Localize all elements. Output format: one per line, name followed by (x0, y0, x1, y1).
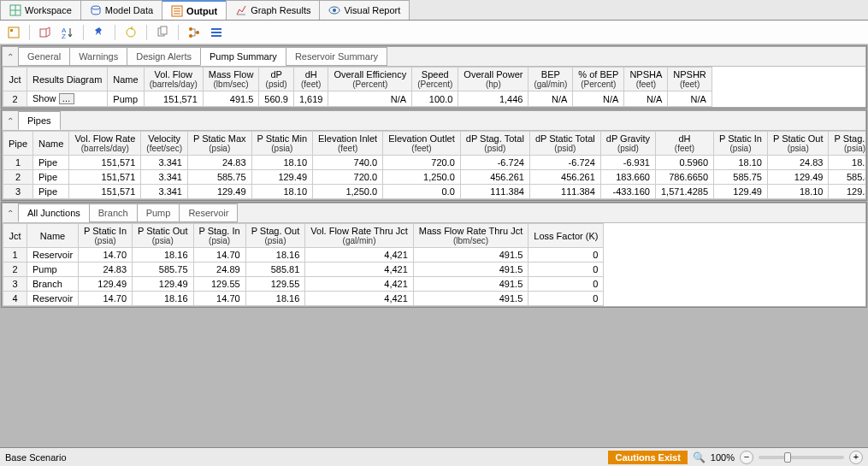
tab-label: Output (186, 6, 217, 16)
top-tab-strip: Workspace Model Data Output Graph Result… (0, 0, 868, 21)
tab-reservoir-summary[interactable]: Reservoir Summary (286, 47, 387, 66)
tab-workspace[interactable]: Workspace (0, 0, 81, 20)
zoom-out-button[interactable]: − (740, 451, 753, 464)
cautions-badge[interactable]: Cautions Exist (608, 451, 687, 464)
panel-junctions: ⌃ All Junctions Branch Pump Reservoir Jc… (1, 202, 867, 308)
collapse-icon[interactable]: ⌃ (3, 111, 18, 130)
col-overall-power[interactable]: Overall Power(hp) (458, 68, 528, 91)
col-jct[interactable]: Jct (3, 68, 27, 91)
table-row[interactable]: 1Reservoir14.7018.1614.7018.164,421491.5… (3, 248, 604, 262)
separator (146, 25, 147, 40)
show-diagram-button[interactable]: … (59, 93, 74, 104)
options-icon[interactable] (5, 24, 22, 41)
svg-rect-23 (211, 32, 221, 33)
col-results-diagram[interactable]: Results Diagram (27, 68, 108, 91)
pin-icon[interactable] (91, 24, 108, 41)
col-dp[interactable]: dP(psid) (259, 68, 294, 91)
tab-output[interactable]: Output (162, 0, 227, 20)
col-loss[interactable]: Loss Factor (K) (528, 224, 604, 248)
col-mfr[interactable]: Mass Flow Rate Thru Jct(lbm/sec) (413, 224, 528, 248)
col-vfr[interactable]: Vol. Flow Rate(barrels/day) (69, 132, 141, 156)
col-psin[interactable]: P Static In(psia) (79, 224, 133, 248)
collapse-icon[interactable]: ⌃ (3, 47, 18, 66)
col-overall-eff[interactable]: Overall Efficiency(Percent) (328, 68, 412, 91)
col-elev-in[interactable]: Elevation Inlet(feet) (313, 132, 383, 156)
zoom-in-button[interactable]: + (849, 451, 863, 464)
svg-rect-24 (211, 35, 221, 37)
transfer-icon[interactable] (37, 24, 54, 41)
tab-reservoir[interactable]: Reservoir (179, 204, 238, 222)
svg-point-20 (196, 31, 199, 34)
separator (115, 25, 115, 40)
copy-icon[interactable] (154, 24, 171, 41)
tab-visual-report[interactable]: Visual Report (319, 0, 410, 20)
magnifier-icon[interactable]: 🔍 (693, 451, 706, 463)
col-psout[interactable]: P Static Out(psia) (767, 132, 829, 156)
col-dh[interactable]: dH(feet) (293, 68, 328, 91)
col-jct[interactable]: Jct (3, 224, 27, 248)
col-psmax[interactable]: P Static Max(psia) (187, 132, 251, 156)
refresh-icon[interactable] (122, 24, 139, 41)
col-speed[interactable]: Speed(Percent) (412, 68, 458, 91)
sort-icon[interactable]: AZ (59, 24, 76, 41)
model-data-icon (90, 4, 102, 16)
panel-pump-summary: ⌃ General Warnings Design Alerts Pump Su… (1, 45, 867, 109)
tab-pipes[interactable]: Pipes (18, 111, 61, 130)
tab-label: Graph Results (251, 5, 310, 15)
table-row[interactable]: 2 Show… Pump 151,571 491.5 560.9 1,619 N… (3, 91, 712, 107)
svg-point-21 (189, 34, 192, 38)
tree-icon[interactable] (186, 24, 203, 41)
tab-model-data[interactable]: Model Data (80, 0, 162, 20)
col-name[interactable]: Name (27, 224, 79, 248)
col-npshr[interactable]: NPSHR(feet) (668, 68, 712, 91)
tab-warnings[interactable]: Warnings (69, 47, 127, 66)
separator (83, 25, 84, 40)
pump-summary-table: Jct Results Diagram Name Vol. Flow(barre… (3, 67, 712, 107)
col-psin[interactable]: P Static In(psia) (714, 132, 768, 156)
col-vol-flow[interactable]: Vol. Flow(barrels/day) (144, 68, 203, 91)
svg-point-16 (127, 28, 135, 37)
junctions-table: Jct Name P Static In(psia) P Static Out(… (3, 223, 604, 306)
table-row[interactable]: 2Pump24.83585.7524.89585.814,421491.50 (3, 262, 604, 277)
svg-rect-13 (40, 29, 46, 37)
col-elev-out[interactable]: Elevation Outlet(feet) (383, 132, 461, 156)
tab-design-alerts[interactable]: Design Alerts (127, 47, 201, 66)
table-row[interactable]: 3Branch129.49129.49129.55129.554,421491.… (3, 277, 604, 292)
tab-graph-results[interactable]: Graph Results (226, 0, 320, 20)
col-pipe[interactable]: Pipe (3, 132, 33, 156)
table-row[interactable]: 1Pipe151,5713.34124.8318.10740.0720.0-6.… (3, 156, 866, 170)
tab-general[interactable]: General (18, 47, 70, 66)
col-psout[interactable]: P Static Out(psia) (133, 224, 194, 248)
col-npsha[interactable]: NPSHA(feet) (624, 68, 668, 91)
tab-all-junctions[interactable]: All Junctions (18, 204, 90, 222)
tab-pump-summary[interactable]: Pump Summary (200, 47, 286, 66)
table-row[interactable]: 2Pipe151,5713.341585.75129.49720.01,250.… (3, 170, 866, 185)
col-dh[interactable]: dH(feet) (655, 132, 713, 156)
col-dpstag[interactable]: dP Stag. Total(psid) (460, 132, 529, 156)
output-icon (171, 5, 183, 17)
col-dpstatic[interactable]: dP Static Total(psid) (529, 132, 600, 156)
col-pstagout[interactable]: P Stag. Out(psia) (245, 224, 305, 248)
svg-point-3 (92, 6, 100, 9)
col-pct-bep[interactable]: % of BEP(Percent) (573, 68, 624, 91)
col-name[interactable]: Name (33, 132, 69, 156)
col-pstagin[interactable]: P Stag. In(psia) (829, 132, 865, 156)
collapse-icon[interactable]: ⌃ (3, 204, 18, 222)
col-velocity[interactable]: Velocity(feet/sec) (141, 132, 188, 156)
tab-branch[interactable]: Branch (89, 204, 138, 222)
slider-thumb[interactable] (784, 452, 791, 463)
col-dpgrav[interactable]: dP Gravity(psid) (600, 132, 655, 156)
col-vfr[interactable]: Vol. Flow Rate Thru Jct(gal/min) (305, 224, 414, 248)
table-row[interactable]: 3Pipe151,5713.341129.4918.101,250.00.011… (3, 185, 866, 199)
list-icon[interactable] (208, 24, 225, 41)
pipes-table: Pipe Name Vol. Flow Rate(barrels/day) Ve… (3, 131, 865, 199)
zoom-slider[interactable] (759, 456, 844, 459)
col-name[interactable]: Name (108, 68, 144, 91)
col-mass-flow[interactable]: Mass Flow(lbm/sec) (203, 68, 259, 91)
col-psmin[interactable]: P Static Min(psia) (251, 132, 313, 156)
tab-pump[interactable]: Pump (137, 204, 180, 222)
svg-point-10 (333, 9, 336, 12)
col-bep[interactable]: BEP(gal/min) (528, 68, 573, 91)
col-pstagin[interactable]: P Stag. In(psia) (193, 224, 245, 248)
table-row[interactable]: 4Reservoir14.7018.1614.7018.164,421491.5… (3, 292, 604, 306)
